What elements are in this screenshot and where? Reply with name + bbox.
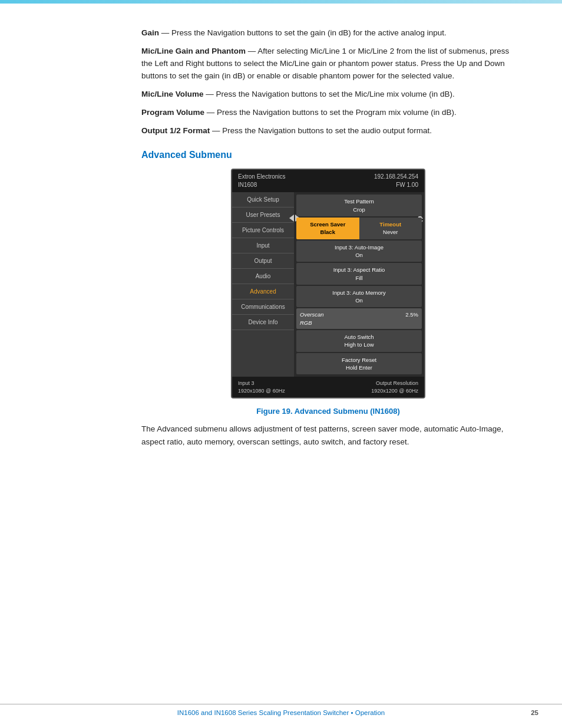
right-item-auto-memory[interactable]: Input 3: Auto Memory On: [296, 286, 422, 308]
timeout-label: Timeout: [363, 220, 419, 228]
auto-switch-line1: Auto Switch: [301, 333, 417, 341]
menu-item-user-presets[interactable]: User Presets: [232, 207, 294, 223]
right-item-factory-reset[interactable]: Factory Reset Hold Enter: [296, 353, 422, 375]
timeout-value: Never: [363, 228, 419, 236]
gain-term: Gain: [141, 28, 159, 37]
screen-saver-right: Timeout Never: [359, 218, 422, 239]
program-volume-paragraph: Program Volume — Press the Navigation bu…: [141, 107, 515, 119]
footer-center-text: IN1606 and IN1608 Series Scaling Present…: [41, 709, 521, 716]
auto-image-line2: On: [301, 251, 417, 259]
ss-label: Screen Saver: [300, 220, 356, 228]
menu-item-picture-controls[interactable]: Picture Controls: [232, 223, 294, 238]
factory-reset-line1: Factory Reset: [301, 356, 417, 364]
screen-saver-left: Screen Saver Black: [296, 218, 359, 239]
device-brand: Extron Electronics: [238, 173, 286, 181]
device-ip: 192.168.254.254: [374, 173, 418, 181]
right-item-overscan[interactable]: Overscan RGB 2.5%: [296, 308, 422, 329]
device-header-right: 192.168.254.254 FW 1.00: [374, 173, 418, 189]
aspect-ratio-line1: Input 3: Aspect Ratio: [301, 266, 417, 274]
mic-line-gain-term: Mic/Line Gain and Phantom: [141, 47, 246, 55]
mic-line-volume-term: Mic/Line Volume: [141, 90, 204, 98]
gain-text: — Press the Navigation buttons to set th…: [159, 28, 447, 37]
mic-line-volume-paragraph: Mic/Line Volume — Press the Navigation b…: [141, 88, 515, 101]
device-header-left: Extron Electronics IN1608: [238, 173, 286, 189]
overscan-left: Overscan RGB: [296, 308, 402, 329]
gain-paragraph: Gain — Press the Navigation buttons to s…: [141, 27, 515, 39]
overscan-right: 2.5%: [402, 308, 422, 329]
left-arrow-icon: [289, 215, 294, 222]
overscan-value: 2.5%: [405, 311, 418, 318]
right-item-auto-switch[interactable]: Auto Switch High to Low: [296, 330, 422, 352]
footer-input-res: 1920x1080 @ 60Hz: [238, 387, 285, 395]
device-body: Quick Setup User Presets Picture Control…: [232, 192, 424, 377]
page-footer: IN1606 and IN1608 Series Scaling Present…: [0, 704, 562, 716]
auto-image-line1: Input 3: Auto-Image: [301, 243, 417, 251]
menu-item-input[interactable]: Input: [232, 238, 294, 253]
device-model: IN1608: [238, 181, 286, 189]
test-pattern-line2: Crop: [301, 206, 417, 213]
device-fw: FW 1.00: [374, 181, 418, 189]
test-pattern-line1: Test Pattern: [301, 197, 417, 205]
mic-line-gain-paragraph: Mic/Line Gain and Phantom — After select…: [141, 45, 515, 83]
right-item-auto-image[interactable]: Input 3: Auto-Image On: [296, 241, 422, 262]
factory-reset-line2: Hold Enter: [301, 364, 417, 371]
footer-output-res: 1920x1200 @ 60Hz: [371, 387, 418, 395]
device-ui: Extron Electronics IN1608 192.168.254.25…: [231, 169, 425, 398]
menu-item-communications[interactable]: Communications: [232, 299, 294, 315]
auto-switch-line2: High to Low: [301, 341, 417, 348]
footer-input-label: Input 3: [238, 380, 285, 387]
output-format-text: — Press the Navigation buttons to set th…: [210, 126, 432, 135]
output-format-paragraph: Output 1/2 Format — Press the Navigation…: [141, 125, 515, 137]
right-content: Test Pattern Crop Screen Saver Black Tim…: [294, 192, 424, 377]
menu-item-output[interactable]: Output: [232, 253, 294, 269]
page-content: Gain — Press the Navigation buttons to s…: [0, 4, 562, 472]
menu-item-audio[interactable]: Audio: [232, 269, 294, 284]
mic-line-volume-text: — Press the Navigation buttons to set th…: [204, 90, 455, 98]
device-footer: Input 3 1920x1080 @ 60Hz Output Resoluti…: [232, 377, 424, 397]
device-footer-right: Output Resolution 1920x1200 @ 60Hz: [371, 380, 418, 394]
ss-sub: Black: [300, 228, 356, 236]
auto-memory-line1: Input 3: Auto Memory: [301, 289, 417, 297]
footer-output-label: Output Resolution: [371, 380, 418, 387]
right-item-aspect-ratio[interactable]: Input 3: Aspect Ratio Fill: [296, 263, 422, 285]
footer-page-number: 25: [521, 709, 538, 716]
menu-item-device-info[interactable]: Device Info: [232, 315, 294, 330]
figure-caption: Figure 19. Advanced Submenu (IN1608): [141, 407, 515, 416]
device-footer-left: Input 3 1920x1080 @ 60Hz: [238, 380, 285, 394]
aspect-ratio-line2: Fill: [301, 274, 417, 282]
menu-item-advanced[interactable]: Advanced: [232, 284, 294, 299]
figure-caption-text: Figure 19. Advanced Submenu (IN1608): [256, 407, 400, 416]
auto-memory-line2: On: [301, 297, 417, 304]
program-volume-text: — Press the Navigation buttons to set th…: [204, 108, 457, 117]
overscan-label: Overscan: [300, 311, 398, 318]
device-header: Extron Electronics IN1608 192.168.254.25…: [232, 170, 424, 192]
right-item-test-pattern[interactable]: Test Pattern Crop: [296, 195, 422, 216]
right-content-inner: Test Pattern Crop Screen Saver Black Tim…: [294, 192, 424, 377]
overscan-sub: RGB: [300, 319, 398, 327]
program-volume-term: Program Volume: [141, 108, 204, 117]
menu-item-quick-setup[interactable]: Quick Setup: [232, 192, 294, 207]
output-format-term: Output 1/2 Format: [141, 126, 210, 135]
description-text: The Advanced submenu allows adjustment o…: [141, 423, 515, 448]
right-item-screen-saver[interactable]: Screen Saver Black Timeout Never: [296, 218, 422, 239]
section-heading: Advanced Submenu: [141, 150, 515, 160]
left-menu: Quick Setup User Presets Picture Control…: [232, 192, 294, 377]
